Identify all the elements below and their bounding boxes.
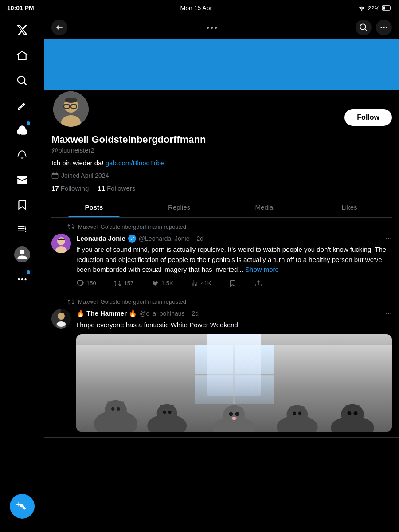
svg-point-53 xyxy=(354,411,358,415)
sidebar-item-lists[interactable] xyxy=(11,218,34,241)
svg-point-30 xyxy=(157,404,177,422)
share-icon-1 xyxy=(254,279,262,287)
tab-posts[interactable]: Posts xyxy=(51,196,137,217)
sidebar-logo[interactable] xyxy=(12,20,32,40)
tweet-more-2[interactable]: ··· xyxy=(385,309,392,318)
tweet-more-1[interactable]: ··· xyxy=(385,234,392,243)
tweet-header-1: Leonarda Jonie @Leonarda_Jonie · 2d ··· xyxy=(76,234,392,243)
sidebar-item-more[interactable] xyxy=(11,268,34,291)
user-avatar-icon xyxy=(16,249,28,260)
bookmark-action-1[interactable] xyxy=(229,279,237,287)
sidebar-avatar xyxy=(14,246,30,262)
repost-icon-2 xyxy=(67,298,74,305)
wifi-icon xyxy=(358,5,365,11)
tweet-right-2: 🔥 The Hammer 🔥 @c_a_pohlhaus · 2d ··· I … xyxy=(76,309,392,432)
tweet-inner-1: Leonarda Jonie @Leonarda_Jonie · 2d ··· … xyxy=(51,234,392,287)
sidebar-item-bookmarks[interactable] xyxy=(11,193,34,216)
profile-avatar-image xyxy=(53,91,89,127)
search-icon xyxy=(16,75,28,86)
profile-name: Maxwell Goldsteinbergdorffmann xyxy=(51,134,392,145)
check-icon xyxy=(129,236,135,241)
hammer-avatar-image xyxy=(51,309,71,329)
follow-button[interactable]: Follow xyxy=(344,109,392,126)
show-more-1[interactable]: Show more xyxy=(245,266,279,273)
edit-icon xyxy=(16,100,28,111)
following-stat[interactable]: 17 Following xyxy=(51,184,89,192)
share-action-1[interactable] xyxy=(254,279,262,287)
svg-point-16 xyxy=(58,313,65,320)
svg-point-41 xyxy=(232,417,237,420)
search-button[interactable] xyxy=(356,20,372,35)
followers-stat[interactable]: 11 Followers xyxy=(98,184,135,192)
status-date: Mon 15 Apr xyxy=(180,4,212,12)
tab-replies[interactable]: Replies xyxy=(137,196,222,217)
status-bar: 10:01 PM Mon 15 Apr 22% xyxy=(0,0,399,16)
header-dots xyxy=(207,27,217,29)
profile-bio: Ich bin wieder da! gab.com/BloodTribe xyxy=(51,158,392,168)
tweet-2: Maxwell Goldsteinbergdorffmann reposted … xyxy=(44,293,399,438)
sidebar-item-profile[interactable] xyxy=(11,243,34,266)
repost-icon-1 xyxy=(67,223,74,230)
heart-icon-1 xyxy=(151,279,159,287)
search-header-icon xyxy=(359,23,368,32)
svg-point-27 xyxy=(111,407,114,411)
tweet-inner-2: 🔥 The Hammer 🔥 @c_a_pohlhaus · 2d ··· I … xyxy=(51,309,392,432)
profile-meta: Joined April 2024 xyxy=(51,172,392,179)
tweet-header-2: 🔥 The Hammer 🔥 @c_a_pohlhaus · 2d ··· xyxy=(76,309,392,318)
back-button[interactable] xyxy=(51,20,67,35)
ellipsis-icon xyxy=(379,23,388,32)
battery-icon xyxy=(382,5,392,11)
status-icons: 22% xyxy=(358,5,392,12)
profile-section: Follow Maxwell Goldsteinbergdorffmann @b… xyxy=(44,90,399,218)
svg-point-49 xyxy=(341,404,364,425)
sidebar-item-compose[interactable] xyxy=(11,94,34,117)
window-light xyxy=(207,334,261,396)
profile-bio-link[interactable]: gab.com/BloodTribe xyxy=(106,159,165,167)
communities-notification xyxy=(27,121,30,125)
tab-likes[interactable]: Likes xyxy=(307,196,392,217)
repost-action-1[interactable]: 157 xyxy=(113,279,133,287)
svg-point-52 xyxy=(347,411,351,415)
sidebar xyxy=(0,16,44,532)
tweet-1: Maxwell Goldsteinbergdorffmann reposted … xyxy=(44,218,399,293)
tweet-actions-1: 150 157 1.5K xyxy=(76,279,262,287)
tweet-handle-2: @c_a_pohlhaus xyxy=(140,310,184,317)
sidebar-item-communities[interactable] xyxy=(11,119,34,142)
sidebar-item-home[interactable] xyxy=(11,44,34,67)
svg-point-40 xyxy=(235,412,239,416)
repost-btn-icon-1 xyxy=(113,279,121,287)
bell-icon xyxy=(16,149,28,161)
svg-rect-1 xyxy=(383,7,385,10)
compose-button[interactable] xyxy=(10,494,35,519)
tweet-image-2 xyxy=(76,334,392,432)
more-icon xyxy=(16,274,28,285)
repost-label-1: Maxwell Goldsteinbergdorffmann reposted xyxy=(51,223,392,230)
tweet-right-1: Leonarda Jonie @Leonarda_Jonie · 2d ··· … xyxy=(76,234,392,287)
tweet-avatar-1[interactable] xyxy=(51,234,71,253)
sidebar-item-search[interactable] xyxy=(11,69,34,92)
svg-point-33 xyxy=(163,411,166,414)
tweet-handle-1: @Leonarda_Jonie xyxy=(139,235,190,242)
svg-point-34 xyxy=(168,411,171,414)
bookmark-btn-icon-1 xyxy=(229,279,237,287)
tab-media[interactable]: Media xyxy=(222,196,307,217)
tweet-text-1: If you are of sound mind, porn is actual… xyxy=(76,245,392,275)
reply-action-1[interactable]: 150 xyxy=(76,279,96,287)
sidebar-item-notifications[interactable] xyxy=(11,144,34,167)
like-action-1[interactable]: 1.5K xyxy=(151,279,173,287)
calendar-icon xyxy=(51,172,59,179)
svg-point-36 xyxy=(223,405,245,425)
profile-avatar xyxy=(51,90,90,129)
joined-date: Joined April 2024 xyxy=(61,172,109,179)
views-action-1[interactable]: 41K xyxy=(191,279,211,287)
bookmark-icon xyxy=(16,199,28,211)
svg-point-46 xyxy=(293,412,296,415)
status-time: 10:01 PM xyxy=(7,4,34,12)
repost-author-2: Maxwell Goldsteinbergdorffmann reposted xyxy=(78,298,186,305)
svg-point-28 xyxy=(117,407,120,411)
tweet-text-2: I hope everyone has a fantastic White Po… xyxy=(76,320,392,330)
tweet-avatar-2[interactable] xyxy=(51,309,71,329)
sidebar-item-messages[interactable] xyxy=(11,168,34,192)
more-header-button[interactable] xyxy=(376,20,392,35)
header-actions xyxy=(356,20,392,35)
